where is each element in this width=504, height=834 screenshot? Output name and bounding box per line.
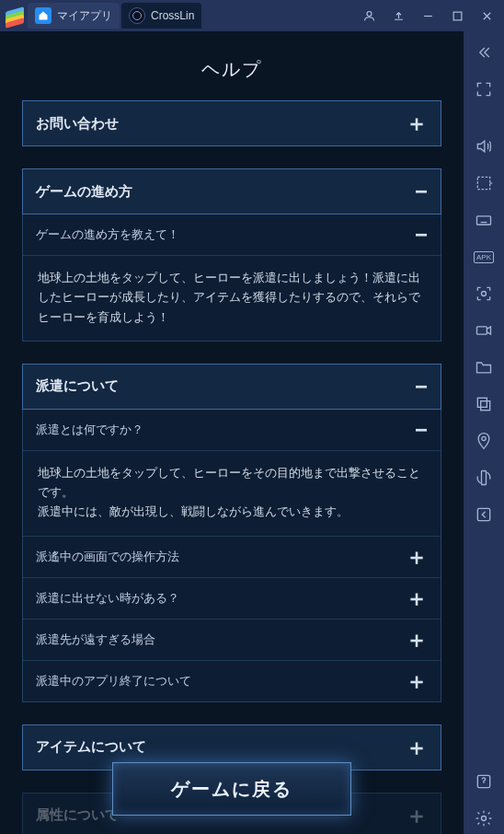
- faq-item-dispatch-cannot[interactable]: 派遣に出せない時がある？ ＋: [23, 578, 441, 620]
- svg-rect-6: [477, 216, 491, 225]
- rotate-icon[interactable]: [468, 462, 499, 493]
- section-header-dispatch[interactable]: 派遣について −: [22, 364, 441, 410]
- faq-question: 派遣に出せない時がある？: [36, 590, 179, 607]
- faq-answer: 地球上の土地をタップして、ヒーローを派遣に出しましょう！派遣に出したヒーローが成…: [23, 256, 441, 341]
- title-bar: マイアプリ CrossLin: [0, 0, 504, 31]
- game-content: ヘルプ お問い合わせ ＋ ゲームの進め方 − ゲームの進め方を教えて！ −: [0, 31, 464, 834]
- faq-item-dispatch-controls[interactable]: 派遙中の画面での操作方法 ＋: [23, 537, 441, 578]
- plus-icon: ＋: [406, 629, 428, 651]
- minimize-button[interactable]: [414, 3, 441, 29]
- multi-instance-icon[interactable]: [468, 388, 499, 420]
- settings-icon[interactable]: [468, 803, 499, 834]
- tab-label: CrossLin: [151, 9, 194, 22]
- folder-icon[interactable]: [468, 352, 499, 383]
- plus-icon: ＋: [406, 587, 428, 609]
- svg-rect-13: [477, 398, 487, 407]
- svg-rect-12: [477, 327, 487, 334]
- help-section-dispatch: 派遣について − 派遣とは何ですか？ − 地球上の土地をタップして、ヒーローをそ…: [22, 364, 441, 702]
- svg-point-0: [367, 11, 372, 16]
- faq-answer: 地球上の土地をタップして、ヒーローをその目的地まで出撃させることです。 派遣中に…: [23, 451, 441, 537]
- back-nav-icon[interactable]: [468, 499, 499, 530]
- section-title: 派遣について: [36, 377, 119, 395]
- maximize-button[interactable]: [443, 3, 471, 29]
- page-title: ヘルプ: [0, 31, 464, 100]
- home-icon: [35, 7, 52, 24]
- location-icon[interactable]: [468, 425, 499, 457]
- account-icon[interactable]: [355, 3, 383, 29]
- svg-point-11: [482, 292, 487, 296]
- faq-item-dispatch-quit[interactable]: 派遣中のアプリ終了について ＋: [23, 661, 441, 701]
- minus-icon: −: [415, 376, 428, 398]
- faq-item-dispatch-toofar[interactable]: 派遣先が遠すぎる場合 ＋: [23, 620, 441, 661]
- return-button-label: ゲームに戻る: [171, 777, 292, 802]
- faq-question: 派遙中の画面での操作方法: [36, 549, 179, 565]
- volume-icon[interactable]: [468, 131, 499, 162]
- fullscreen-icon[interactable]: [468, 74, 499, 105]
- faq-question: ゲームの進め方を教えて！: [36, 226, 179, 243]
- section-header-contact[interactable]: お問い合わせ ＋: [22, 100, 441, 146]
- tab-my-apps[interactable]: マイアプリ: [28, 3, 120, 29]
- close-button[interactable]: [473, 3, 500, 29]
- help-scroll[interactable]: お問い合わせ ＋ ゲームの進め方 − ゲームの進め方を教えて！ − 地球上の土地…: [0, 100, 464, 834]
- return-to-game-button[interactable]: ゲームに戻る: [112, 762, 351, 816]
- plus-icon: ＋: [406, 112, 428, 134]
- faq-question: 派遣とは何ですか？: [36, 422, 143, 438]
- svg-rect-5: [477, 177, 489, 189]
- faq-question: 派遣先が遠すぎる場合: [36, 631, 155, 648]
- section-header-gameplay[interactable]: ゲームの進め方 −: [22, 168, 441, 214]
- tab-crosslink[interactable]: CrossLin: [121, 3, 201, 29]
- bluestacks-logo-icon: [4, 5, 26, 27]
- tab-label: マイアプリ: [57, 8, 112, 24]
- svg-rect-16: [482, 471, 487, 485]
- apk-install-icon[interactable]: APK: [468, 241, 499, 272]
- window-controls: [355, 3, 500, 29]
- svg-rect-2: [453, 12, 462, 20]
- help-section-gameplay: ゲームの進め方 − ゲームの進め方を教えて！ − 地球上の土地をタップして、ヒー…: [22, 168, 441, 342]
- keyboard-icon[interactable]: [468, 204, 499, 236]
- upload-icon[interactable]: [384, 3, 412, 29]
- minus-icon: −: [415, 224, 428, 246]
- collapse-toolbar-icon[interactable]: [468, 37, 499, 68]
- plus-icon: ＋: [406, 736, 428, 759]
- plus-icon: ＋: [406, 546, 428, 568]
- help-icon[interactable]: [468, 766, 499, 797]
- svg-rect-14: [481, 401, 490, 411]
- faq-item-dispatch-what[interactable]: 派遣とは何ですか？ −: [23, 410, 441, 451]
- section-title: アイテムについて: [36, 738, 146, 756]
- minus-icon: −: [415, 419, 428, 441]
- record-icon[interactable]: [468, 315, 499, 346]
- camera-capture-icon[interactable]: [468, 278, 499, 309]
- section-title: ゲームの進め方: [36, 183, 132, 201]
- svg-rect-17: [477, 508, 489, 520]
- minus-icon: −: [415, 180, 428, 203]
- screenshot-region-icon[interactable]: [468, 168, 499, 199]
- section-title: お問い合わせ: [36, 115, 119, 133]
- plus-icon: ＋: [406, 805, 428, 827]
- svg-point-19: [482, 817, 487, 821]
- faq-item-gameplay-howto[interactable]: ゲームの進め方を教えて！ −: [23, 214, 441, 256]
- game-icon: [129, 7, 145, 24]
- section-title: 属性について: [36, 806, 119, 824]
- help-section-contact: お問い合わせ ＋: [22, 100, 441, 146]
- faq-question: 派遣中のアプリ終了について: [36, 673, 191, 689]
- svg-point-15: [482, 436, 486, 440]
- plus-icon: ＋: [406, 670, 428, 692]
- emulator-toolbar: APK: [464, 31, 504, 834]
